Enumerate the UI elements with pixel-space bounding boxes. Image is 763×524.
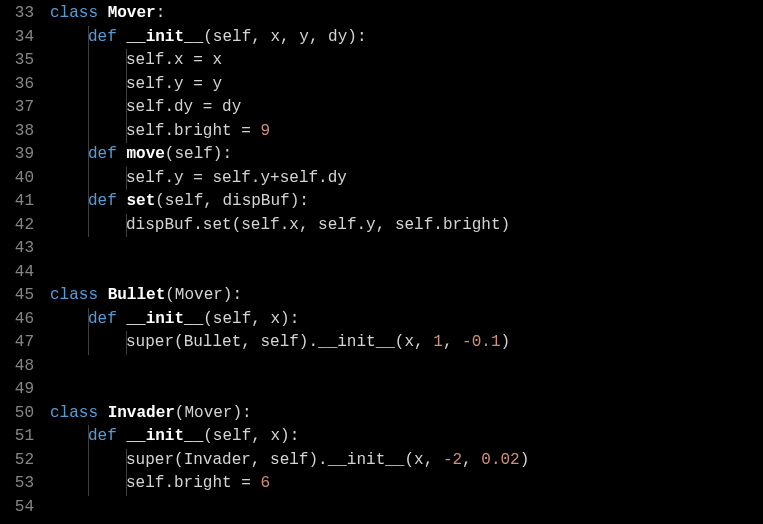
token-prop: bright	[174, 122, 232, 140]
token-prop: super	[126, 333, 174, 351]
token-pun: .	[164, 474, 174, 492]
token-pun: ):	[347, 28, 366, 46]
token-fn: __init__	[126, 427, 203, 445]
code-editor-content[interactable]: class Mover: def __init__(self, x, y, dy…	[42, 0, 763, 524]
code-line[interactable]	[50, 237, 763, 261]
token-prm: x	[270, 310, 280, 328]
indent-guide	[88, 472, 89, 496]
token-prm: y	[212, 75, 222, 93]
code-line[interactable]: def set(self, dispBuf):	[50, 190, 763, 214]
indent-guide	[88, 26, 89, 50]
token-num: -0.1	[462, 333, 500, 351]
token-fn: move	[126, 145, 164, 163]
token-kw: class	[50, 404, 98, 422]
indent-guide	[88, 214, 89, 238]
line-number: 50	[0, 402, 34, 426]
code-line[interactable]: self.dy = dy	[50, 96, 763, 120]
code-line[interactable]: class Invader(Mover):	[50, 402, 763, 426]
token-pun: .	[164, 75, 174, 93]
token-callcls: Mover	[175, 286, 223, 304]
token-pun: =	[184, 51, 213, 69]
token-num: 9	[260, 122, 270, 140]
line-number: 49	[0, 378, 34, 402]
code-line[interactable]: def __init__(self, x):	[50, 425, 763, 449]
code-line[interactable]	[50, 496, 763, 520]
token-prm: x	[414, 451, 424, 469]
token-prop: bright	[443, 216, 501, 234]
line-number: 33	[0, 2, 34, 26]
token-pun: ,	[414, 333, 433, 351]
token-prop: x	[174, 51, 184, 69]
token-def: def	[88, 28, 117, 46]
code-line[interactable]: self.bright = 6	[50, 472, 763, 496]
token-pun: .	[356, 216, 366, 234]
code-line[interactable]: def __init__(self, x):	[50, 308, 763, 332]
token-prop: __init__	[318, 333, 395, 351]
token-prm: x	[212, 51, 222, 69]
token-prop: y	[366, 216, 376, 234]
code-line[interactable]: class Bullet(Mover):	[50, 284, 763, 308]
code-line[interactable]: self.y = self.y+self.dy	[50, 167, 763, 191]
token-pun: .	[318, 169, 328, 187]
code-line[interactable]: def move(self):	[50, 143, 763, 167]
token-fn: __init__	[126, 310, 203, 328]
indent-guide	[126, 449, 127, 473]
code-line[interactable]	[50, 378, 763, 402]
token-pun: ,	[309, 28, 328, 46]
code-line[interactable]: self.x = x	[50, 49, 763, 73]
token-prm: x	[404, 333, 414, 351]
line-number-gutter: 3334353637383940414243444546474849505152…	[0, 0, 42, 524]
token-def: def	[88, 427, 117, 445]
token-pun: ,	[203, 192, 222, 210]
line-number: 47	[0, 331, 34, 355]
token-pun: ,	[251, 451, 270, 469]
token-cls: Bullet	[108, 286, 166, 304]
code-line[interactable]	[50, 355, 763, 379]
indent-guide	[88, 49, 89, 73]
indent-space	[50, 190, 88, 214]
token-pun: ):	[280, 310, 299, 328]
token-num: -2	[443, 451, 462, 469]
code-line[interactable]: def __init__(self, x, y, dy):	[50, 26, 763, 50]
token-prm: y	[299, 28, 309, 46]
token-pun: (	[404, 451, 414, 469]
token-pun: (	[175, 404, 185, 422]
token-cls: Invader	[108, 404, 175, 422]
code-line[interactable]: class Mover:	[50, 2, 763, 26]
indent-guide	[88, 167, 89, 191]
indent-guide	[88, 308, 89, 332]
code-line[interactable]: dispBuf.set(self.x, self.y, self.bright)	[50, 214, 763, 238]
code-line[interactable]: self.y = y	[50, 73, 763, 97]
token-callcls: Bullet	[184, 333, 242, 351]
token-pun: ):	[213, 145, 232, 163]
token-pun: .	[164, 98, 174, 116]
token-def: def	[88, 310, 117, 328]
token-prop: __init__	[328, 451, 405, 469]
code-line[interactable]: super(Invader, self).__init__(x, -2, 0.0…	[50, 449, 763, 473]
token-cls: Mover	[108, 4, 156, 22]
token-pun: ,	[251, 310, 270, 328]
token-prop: bright	[174, 474, 232, 492]
whitespace	[117, 310, 127, 328]
token-pun: +	[270, 169, 280, 187]
token-num: 1	[433, 333, 443, 351]
token-pun: ,	[251, 427, 270, 445]
line-number: 39	[0, 143, 34, 167]
token-self: self	[260, 333, 298, 351]
line-number: 36	[0, 73, 34, 97]
token-callcls: Mover	[184, 404, 232, 422]
token-pun: (	[203, 28, 213, 46]
token-pun: ,	[424, 451, 443, 469]
code-line[interactable]	[50, 261, 763, 285]
token-self: self	[126, 51, 164, 69]
code-line[interactable]: self.bright = 9	[50, 120, 763, 144]
token-pun: =	[232, 474, 261, 492]
code-line[interactable]: super(Bullet, self).__init__(x, 1, -0.1)	[50, 331, 763, 355]
token-pun: ,	[462, 451, 481, 469]
token-self: self	[126, 122, 164, 140]
token-pun: .	[433, 216, 443, 234]
token-pun: .	[164, 122, 174, 140]
token-self: self	[126, 98, 164, 116]
whitespace	[117, 427, 127, 445]
token-self: self	[213, 310, 251, 328]
